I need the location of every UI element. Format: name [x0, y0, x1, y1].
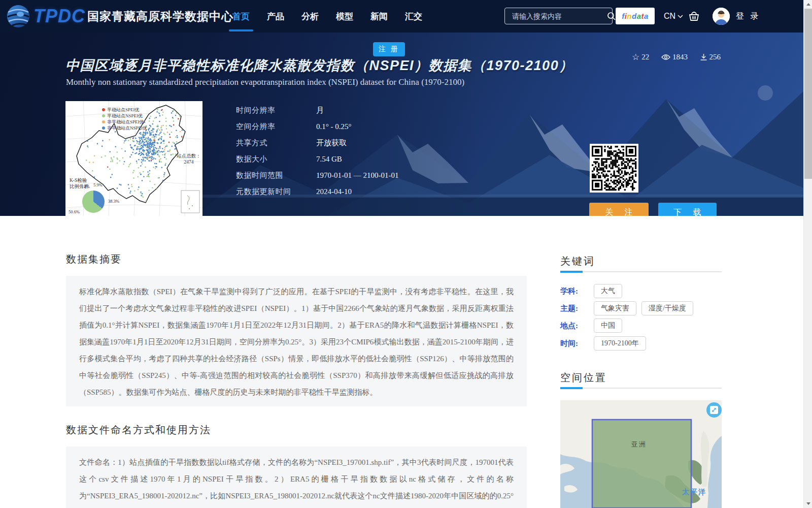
brand-org-name: 国家青藏高原科学数据中心	[87, 9, 233, 24]
brand-acronym: TPDC	[33, 6, 85, 27]
scrollbar-thumb[interactable]	[804, 9, 812, 179]
views-stat: 1843	[661, 53, 688, 61]
legend-label: 非平稳站点NSPEI优	[107, 125, 147, 132]
tag-atmosphere[interactable]: 大气	[594, 284, 622, 298]
nav-item-analysis[interactable]: 分析	[296, 0, 324, 33]
map-expand-button[interactable]	[706, 402, 722, 418]
map-region-label: 亚洲	[631, 440, 647, 449]
qr-code	[590, 144, 638, 193]
meta-row-temporal-resolution: 时间分辨率 月	[236, 102, 398, 118]
legend-dot-orange	[102, 120, 105, 123]
pie-label-green: 50.6%	[69, 209, 80, 214]
meta-row-time-range: 数据时间范围 1970-01-01 — 2100-01-01	[236, 167, 398, 183]
nav-item-home[interactable]: 首页	[227, 0, 255, 33]
chevron-down-icon	[678, 15, 683, 18]
brand-logo[interactable]: TPDC 国家青藏高原科学数据中心	[5, 0, 233, 33]
legend-dot-red	[102, 108, 105, 111]
tag-meteo-disaster[interactable]: 气象灾害	[594, 301, 636, 315]
keywords-divider	[560, 271, 722, 272]
dataset-thumbnail[interactable]: 平稳站点SPEI优 平稳站点NSPEI优 非平稳站点SPEI优 非平稳站点NSP…	[65, 101, 202, 216]
follow-button[interactable]: 关 注	[589, 203, 649, 216]
keyword-row-location: 地点: 中国	[560, 319, 627, 333]
search-icon	[607, 12, 616, 21]
tag-china[interactable]: 中国	[594, 319, 622, 333]
spatial-coverage-map[interactable]: 亚洲 太平洋	[560, 400, 722, 508]
location-divider	[560, 388, 722, 389]
abstract-body: 标准化降水蒸散指数（SPEI）在气象干旱监测中得到了广泛的应用。在基于SPEI的…	[66, 276, 527, 406]
nav-item-models[interactable]: 模型	[330, 0, 359, 33]
scroll-up-button[interactable]	[804, 0, 812, 9]
station-total-note: 站点总数： 2474	[176, 153, 201, 165]
file-naming-heading: 数据文件命名方式和使用方法	[66, 423, 211, 437]
findata-button[interactable]: findata	[616, 8, 655, 24]
language-selector[interactable]: CN	[664, 0, 683, 33]
expand-arrows-icon	[710, 406, 718, 414]
avatar-person-icon	[713, 8, 730, 25]
search-box	[504, 8, 613, 24]
dataset-stats: ☆ 22 1843 256	[632, 53, 721, 61]
keywords-heading: 关键词	[560, 255, 595, 268]
top-navbar: TPDC 国家青藏高原科学数据中心 首页 产品 分析 模型 新闻 汇交 find…	[0, 0, 803, 33]
dataset-metadata: 时间分辨率 月 空间分辨率 0.1° - 0.25° 共享方式 开放获取 数据大…	[236, 102, 398, 200]
pie-label-red: 5.2%	[81, 184, 90, 189]
download-button[interactable]: 下 载	[658, 203, 717, 216]
registered-badge: 注 册	[373, 42, 405, 56]
downloads-stat: 256	[700, 53, 721, 61]
meta-row-sharing: 共享方式 开放获取	[236, 135, 398, 151]
search-button[interactable]	[607, 8, 616, 24]
abstract-heading: 数据集摘要	[66, 252, 122, 266]
favorite-stat: ☆ 22	[632, 53, 649, 61]
download-count-icon	[700, 53, 707, 61]
scroll-down-button[interactable]	[804, 499, 812, 508]
pie-label-blue: 38.3%	[108, 199, 119, 204]
favorite-count: 22	[641, 53, 649, 61]
page-scrollbar	[803, 0, 812, 508]
dataset-hero: 注 册 中国区域逐月非平稳性标准化降水蒸散发指数（NSPEI）数据集（1970-…	[0, 33, 803, 216]
tag-humidity-aridity[interactable]: 湿度/干燥度	[641, 301, 693, 315]
language-label: CN	[664, 12, 675, 21]
tag-period[interactable]: 1970-2100年	[594, 336, 646, 351]
search-input[interactable]	[505, 8, 607, 24]
nav-item-news[interactable]: 新闻	[365, 0, 393, 33]
eye-icon	[661, 54, 670, 60]
downloads-count: 256	[709, 53, 721, 61]
dataset-title-en: Monthly non stationary standardized prec…	[66, 77, 464, 87]
location-heading: 空间位置	[560, 371, 607, 385]
legend-dot-blue	[102, 126, 105, 130]
keyword-row-time: 时间: 1970-2100年	[560, 336, 651, 351]
globe-logo-icon	[5, 3, 31, 29]
views-count: 1843	[672, 53, 688, 61]
main-nav: 首页 产品 分析 模型 新闻 汇交	[224, 0, 431, 33]
user-avatar[interactable]	[713, 8, 730, 25]
meta-row-updated: 元数据更新时间 2024-04-10	[236, 183, 398, 200]
login-button[interactable]: 登 录	[736, 0, 760, 33]
dataset-title: 中国区域逐月非平稳性标准化降水蒸散发指数（NSPEI）数据集（1970-2100…	[65, 56, 573, 75]
keyword-row-topic: 主题: 气象灾害 湿度/干燥度	[560, 301, 698, 315]
cart-button[interactable]	[688, 11, 700, 24]
nav-item-submission[interactable]: 汇交	[399, 0, 428, 33]
map-ocean-label: 太平洋	[682, 488, 706, 497]
keyword-row-discipline: 学科: 大气	[560, 284, 627, 298]
pie-label-orange: 5.9%	[93, 182, 103, 187]
nav-item-products[interactable]: 产品	[261, 0, 290, 33]
star-icon[interactable]: ☆	[632, 53, 639, 61]
file-naming-body: 文件命名：1）站点插值的干旱指数数据以tif格式存储，文件的名称为“NSPEI3…	[66, 447, 527, 508]
map-legend: 平稳站点SPEI优 平稳站点NSPEI优 非平稳站点SPEI优 非平稳站点NSP…	[102, 107, 147, 131]
ks-pie-chart	[82, 190, 105, 213]
basket-icon	[688, 11, 700, 22]
meta-row-spatial-resolution: 空间分辨率 0.1° - 0.25°	[236, 118, 398, 135]
legend-dot-green	[102, 114, 105, 117]
page: TPDC 国家青藏高原科学数据中心 首页 产品 分析 模型 新闻 汇交 find…	[0, 0, 812, 508]
meta-row-size: 数据大小 7.54 GB	[236, 151, 398, 167]
